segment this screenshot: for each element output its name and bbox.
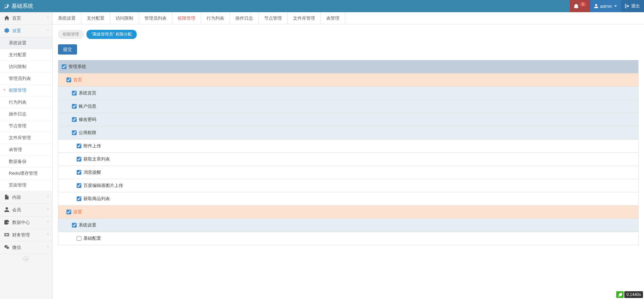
perm-row-1: 首页 xyxy=(58,73,638,87)
sidebar-group-label: 数据中心 xyxy=(12,219,30,226)
sidebar-item-1-5[interactable]: 行为列表 xyxy=(0,97,52,108)
perm-checkbox-6[interactable] xyxy=(77,144,81,148)
perm-checkbox-9[interactable] xyxy=(77,183,81,188)
perm-label: 附件上传 xyxy=(83,143,101,149)
sidebar-group-label: 会员 xyxy=(12,207,21,213)
logout-button[interactable]: 退出 xyxy=(621,0,644,12)
pie-icon xyxy=(3,220,10,226)
sidebar-item-1-0[interactable]: 系统设置 xyxy=(0,37,52,49)
tab-2[interactable]: 访问限制 xyxy=(110,12,139,24)
sidebar-item-1-10[interactable]: 数据备份 xyxy=(0,156,52,168)
perm-row-12: 系统设置 xyxy=(58,219,638,232)
perm-label: 公用权限 xyxy=(79,130,96,136)
sidebar-group-5[interactable]: 财务管理˅ xyxy=(0,229,52,241)
perm-row-7: 获取文章列表 xyxy=(58,153,638,166)
perm-label: 获取文章列表 xyxy=(83,156,110,162)
user-icon xyxy=(594,4,598,8)
sidebar-group-1[interactable]: 设置˅ xyxy=(0,25,52,37)
leaf-icon xyxy=(3,3,9,9)
sidebar-item-1-12[interactable]: 页面管理 xyxy=(0,179,52,191)
perm-checkbox-3[interactable] xyxy=(72,104,77,109)
bell-icon xyxy=(574,4,579,8)
perm-row-6: 附件上传 xyxy=(58,140,638,153)
perm-label: 账户信息 xyxy=(79,103,96,109)
perm-checkbox-11[interactable] xyxy=(66,210,71,214)
perm-label: 设置 xyxy=(73,209,82,215)
perm-label: 消息提醒 xyxy=(83,169,101,175)
sidebar-group-4[interactable]: 数据中心˅ xyxy=(0,216,52,229)
sidebar-group-label: 内容 xyxy=(12,194,21,200)
perm-label: 基础配置 xyxy=(83,235,101,241)
perm-label: 管理系统 xyxy=(69,64,86,70)
perm-checkbox-10[interactable] xyxy=(77,196,81,201)
tab-3[interactable]: 管理员列表 xyxy=(139,12,172,24)
chevron-down-icon: ˅ xyxy=(47,17,49,20)
brand: 基础系统 xyxy=(3,3,33,10)
header-right: 1 admin 退出 xyxy=(570,0,644,12)
sidebar-item-1-4[interactable]: 权限管理 xyxy=(0,85,52,97)
perm-checkbox-2[interactable] xyxy=(72,91,77,95)
sidebar-item-1-1[interactable]: 支付配置 xyxy=(0,49,52,61)
notification-button[interactable]: 1 xyxy=(570,0,590,12)
header: 基础系统 1 admin 退出 xyxy=(0,0,644,12)
perm-label: 修改密码 xyxy=(79,116,96,123)
sidebar-group-3[interactable]: 会员˅ xyxy=(0,204,52,216)
gear-icon xyxy=(3,28,10,34)
sidebar-item-1-11[interactable]: Redis缓存管理 xyxy=(0,168,52,179)
perm-checkbox-7[interactable] xyxy=(77,157,81,162)
breadcrumb: 权限管理"高级管理员" 权限分配 xyxy=(58,30,639,39)
perm-checkbox-5[interactable] xyxy=(72,130,77,135)
perm-row-10: 获取商品列表 xyxy=(58,192,638,206)
perm-row-4: 修改密码 xyxy=(58,113,638,126)
money-icon xyxy=(3,232,10,238)
sidebar-group-label: 财务管理 xyxy=(12,232,30,238)
file-icon xyxy=(3,195,10,200)
sidebar-item-1-2[interactable]: 访问限制 xyxy=(0,61,52,73)
perm-checkbox-12[interactable] xyxy=(72,223,77,228)
perm-label: 系统首页 xyxy=(79,90,96,96)
user-icon xyxy=(3,207,10,213)
tab-6[interactable]: 操作日志 xyxy=(230,12,259,24)
perm-checkbox-8[interactable] xyxy=(77,170,81,175)
sidebar-item-1-3[interactable]: 管理员列表 xyxy=(0,73,52,85)
sidebar-item-1-7[interactable]: 节点管理 xyxy=(0,120,52,132)
chevron-down-icon: ˅ xyxy=(47,246,49,250)
tab-4[interactable]: 权限管理 xyxy=(172,12,201,24)
main: 系统设置支付配置访问限制管理员列表权限管理行为列表操作日志节点管理文件库管理表管… xyxy=(53,12,644,299)
tab-1[interactable]: 支付配置 xyxy=(81,12,110,24)
sidebar-item-1-6[interactable]: 操作日志 xyxy=(0,108,52,120)
tab-9[interactable]: 表管理 xyxy=(321,12,345,24)
tab-0[interactable]: 系统设置 xyxy=(53,12,81,24)
crumb-1[interactable]: "高级管理员" 权限分配 xyxy=(86,30,137,39)
sidebar-group-0[interactable]: 首页˅ xyxy=(0,12,52,25)
perm-checkbox-0[interactable] xyxy=(62,64,66,69)
chevron-down-icon: ˅ xyxy=(47,196,49,199)
admin-dropdown[interactable]: admin xyxy=(590,0,621,12)
logout-label: 退出 xyxy=(631,3,640,9)
chevron-left-icon: « xyxy=(23,256,29,261)
sidebar-collapse-button[interactable]: « xyxy=(0,254,52,263)
tab-5[interactable]: 行为列表 xyxy=(201,12,230,24)
debug-icon[interactable] xyxy=(616,291,624,298)
sidebar-item-1-8[interactable]: 文件库管理 xyxy=(0,132,52,144)
crumb-0[interactable]: 权限管理 xyxy=(58,30,84,39)
perm-checkbox-13[interactable] xyxy=(77,236,81,241)
permission-tree: 管理系统首页系统首页账户信息修改密码公用权限附件上传获取文章列表消息提醒百度编辑… xyxy=(58,60,639,245)
sidebar-group-label: 设置 xyxy=(12,28,21,34)
perm-label: 首页 xyxy=(73,77,82,83)
perm-label: 获取商品列表 xyxy=(83,196,110,202)
perm-checkbox-4[interactable] xyxy=(72,117,77,122)
submit-button[interactable]: 提交 xyxy=(58,44,77,55)
perm-row-11: 设置 xyxy=(58,206,638,219)
sidebar-group-label: 首页 xyxy=(12,15,21,21)
sidebar-group-label: 微信 xyxy=(12,244,21,251)
tab-8[interactable]: 文件库管理 xyxy=(288,12,321,24)
caret-down-icon xyxy=(614,5,617,7)
perm-row-5: 公用权限 xyxy=(58,126,638,140)
sidebar-group-6[interactable]: 微信˅ xyxy=(0,241,52,254)
perm-label: 系统设置 xyxy=(79,222,96,228)
tab-7[interactable]: 节点管理 xyxy=(259,12,288,24)
perm-checkbox-1[interactable] xyxy=(66,78,71,82)
sidebar-item-1-9[interactable]: 表管理 xyxy=(0,144,52,156)
sidebar-group-2[interactable]: 内容˅ xyxy=(0,191,52,204)
